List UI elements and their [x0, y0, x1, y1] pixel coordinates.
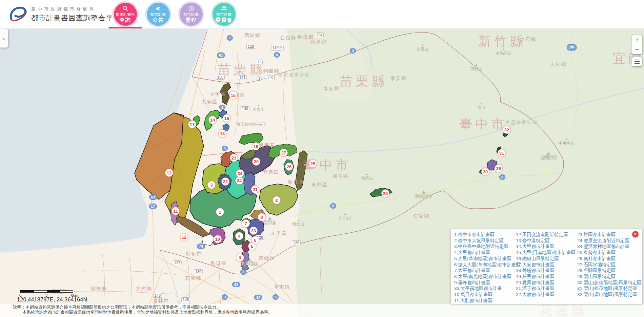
legend-item-link[interactable]: 10.烏日都市計畫區 [454, 292, 516, 298]
map-area-marker-23[interactable]: 23 [230, 154, 238, 162]
map-area-marker-12[interactable]: 12 [180, 233, 188, 241]
legend-item-link[interactable]: 22.大雅都市計畫區 [516, 292, 577, 298]
legend-item-link[interactable]: 28.谷關風景特定區 [577, 268, 639, 274]
nav-plan-history[interactable]: 都市計畫 歷程 [178, 0, 205, 28]
layers-menu-button[interactable] [632, 57, 642, 67]
legend-item-link[interactable]: 23.神岡都市計畫區 [577, 232, 639, 238]
legend-item-link[interactable]: 31.梨山(松茂地區)風景特定區 [577, 286, 639, 292]
map-area-marker-2[interactable]: 2 [273, 196, 281, 204]
map-area-marker-32[interactable]: 32 [503, 126, 511, 134]
nav-label-line1: 都市計畫 [216, 12, 232, 17]
map-area-marker-4[interactable]: 4 [235, 232, 243, 240]
map-area-marker-16[interactable]: 16 [223, 114, 231, 122]
nav-label-line2: 查詢 [120, 17, 131, 23]
map-area-marker-19[interactable]: 19 [252, 142, 260, 150]
legend-item-link[interactable]: 2.臺中市大坑風景特定區 [454, 238, 516, 244]
legend-item-link[interactable]: 16.鐵砧山風景特定區 [516, 256, 577, 262]
legend-item-link[interactable]: 13.臺中港特定區 [516, 238, 577, 244]
plan-area-legend-panel: 1.臺中市都市計畫區2.臺中市大坑風景特定區3.中科臺中基地附近特定區4.大里都… [450, 229, 643, 304]
plus-icon: + [635, 36, 639, 44]
agency-name: 臺中市政府都市發展局 [31, 6, 121, 12]
map-area-marker-30[interactable]: 30 [481, 168, 489, 176]
map-area-marker-1[interactable]: 1 [216, 208, 224, 216]
legend-item-link[interactable]: 12.王田交流道附近特定區 [516, 232, 577, 238]
nav-halo: 都市計畫區 查詢 [112, 1, 139, 27]
legend-item-link[interactable]: 24.豐原交流道附近特定區 [577, 238, 639, 244]
map-area-marker-3[interactable]: 3 [207, 181, 216, 189]
nav-plan-announcements[interactable]: 都市計畫 公告 [145, 0, 172, 28]
legend-column-2: 12.王田交流道附近特定區13.臺中港特定區14.大甲都市計畫區15.大甲(日南… [516, 232, 577, 303]
legend-item-link[interactable]: 26.新社都市計畫區 [577, 256, 639, 262]
main-nav: 都市計畫區 查詢 都市計畫 公告 [112, 0, 238, 28]
clock-icon [188, 5, 195, 12]
nav-plan-committee[interactable]: 都市計畫 委員會 [210, 0, 238, 28]
legend-item-link[interactable]: 6.擴大大里(草湖地區)都市計畫區 [454, 262, 516, 268]
legend-item-link[interactable]: 17.大安都市計畫區 [516, 262, 577, 268]
legend-item-link[interactable]: 34.豐潭雅神地區都市計畫 [577, 244, 639, 250]
map-area-marker-13[interactable]: 13 [165, 169, 173, 177]
people-icon [221, 5, 227, 12]
nav-halo: 都市計畫 公告 [145, 1, 172, 27]
legend-item-link[interactable]: 21.潭子都市計畫區 [516, 286, 577, 292]
map-area-marker-10[interactable]: 10 [214, 235, 222, 243]
zoom-out-button[interactable]: − [632, 45, 642, 54]
map-area-marker-15[interactable]: 15 [229, 91, 237, 99]
legend-item-link[interactable]: 4.大里都市計畫區 [454, 250, 516, 256]
cursor-coordinates: 120.4418797E, 24.364164N [17, 297, 87, 303]
map-area-marker-31[interactable]: 31 [498, 149, 506, 157]
legend-item-link[interactable]: 11.大肚都市計畫區 [454, 298, 516, 304]
map-area-marker-8[interactable]: 8 [258, 213, 266, 221]
legend-item-link[interactable]: 14.大甲都市計畫區 [516, 244, 577, 250]
legend-close-button[interactable]: ✕ [632, 231, 639, 237]
map-area-marker-20[interactable]: 20 [252, 157, 260, 166]
header: 臺中市政府都市發展局 都市計畫書圖查詢整合平台 都市計畫區 查詢 [0, 0, 644, 29]
map-area-marker-18[interactable]: 18 [218, 129, 226, 138]
legend-item-link[interactable]: 19.后里都市計畫區 [516, 274, 577, 280]
legend-column-3: 23.神岡都市計畫區24.豐原交流道附近特定區34.豐潭雅神地區都市計畫25.東… [577, 232, 639, 303]
disclaimer-bar: 說明：本網站資料來源係介接本府相關機關所提供之公開資訊，本網站顯示資訊僅供參考，… [0, 304, 644, 317]
legend-item-link[interactable]: 27.石岡水壩特定區 [577, 262, 639, 268]
legend-item-link[interactable]: 18.外埔都市計畫區 [516, 268, 577, 274]
site-title-block: 臺中市政府都市發展局 都市計畫書圖查詢整合平台 [31, 6, 121, 23]
legend-item-link[interactable]: 9.霧峰都市計畫區 [454, 280, 516, 286]
legend-item-link[interactable]: 32.梨山(環山地區)風景特定區 [577, 292, 639, 298]
map-area-marker-25[interactable]: 25 [309, 160, 317, 168]
legend-item-link[interactable]: 25.東勢都市計畫區 [577, 250, 639, 256]
legend-item-link[interactable]: 3.中科臺中基地附近特定區 [454, 244, 516, 250]
legend-item-link[interactable]: 1.臺中市都市計畫區 [454, 232, 516, 238]
map-area-marker-24[interactable]: 24 [235, 176, 243, 185]
legend-item-link[interactable]: 33.大平霧地區都市計畫 [454, 286, 516, 292]
map-area-marker-28[interactable]: 28 [381, 189, 389, 197]
legend-item-link[interactable]: 8.太平(新光地區)都市計畫區 [454, 274, 516, 280]
nav-label-line2: 委員會 [216, 17, 233, 23]
platform-title: 都市計畫書圖查詢整合平台 [31, 13, 121, 23]
minus-icon: − [635, 46, 639, 54]
map-area-marker-21[interactable]: 21 [251, 185, 259, 193]
legend-item-link[interactable]: 15.大甲(日南地區)都市計畫區 [516, 250, 577, 256]
map-area-marker-7[interactable]: 7 [242, 219, 250, 228]
map-area-marker-34[interactable]: 34 [236, 169, 244, 177]
map-area-marker-11[interactable]: 11 [172, 207, 180, 215]
map-area-marker-17[interactable]: 17 [188, 120, 196, 128]
map-area-marker-22[interactable]: 22 [221, 177, 229, 186]
zoom-controls: + − [632, 35, 642, 55]
legend-item-link[interactable]: 7.太平都市計畫區 [454, 268, 516, 274]
map-area-marker-9[interactable]: 9 [236, 254, 244, 262]
zoom-in-button[interactable]: + [632, 35, 642, 45]
sidebar-expand-button[interactable]: › [0, 29, 8, 48]
app-root: 苗栗縣苗栗縣新竹縣臺中市臺中市宜蘭縣花蓮縣西湖鄉公館鄉獅潭鄉獅潭鄉泰安鄉泰安鄉銅… [0, 0, 644, 317]
map-area-marker-33[interactable]: 33 [249, 227, 258, 235]
active-tab-underline [108, 27, 142, 28]
map-area-marker-26[interactable]: 26 [285, 163, 293, 171]
map-area-marker-6[interactable]: 6 [251, 236, 259, 244]
nav-label-line2: 歷程 [185, 17, 197, 23]
legend-item-link[interactable]: 30.梨山(新佳陽地區)風景特定區 [577, 280, 639, 286]
close-icon: ✕ [634, 232, 637, 236]
map-area-marker-14[interactable]: 14 [208, 116, 217, 124]
legend-item-link[interactable]: 5.大里(草湖地區)都市計畫區 [454, 256, 516, 262]
nav-plan-area-query[interactable]: 都市計畫區 查詢 [112, 0, 139, 28]
legend-item-link[interactable]: 20.豐原都市計畫區 [516, 280, 577, 286]
map-area-marker-27[interactable]: 27 [280, 149, 288, 157]
legend-item-link[interactable]: 29.梨山風景特定區 [577, 274, 639, 280]
map-area-marker-29[interactable]: 29 [495, 164, 503, 172]
